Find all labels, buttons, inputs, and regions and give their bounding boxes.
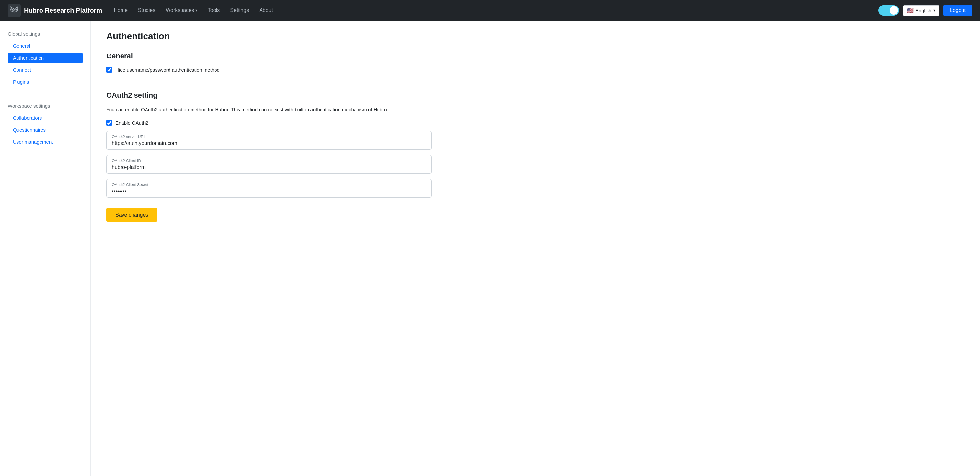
main-content: Authentication General Hide username/pas… [91, 21, 447, 476]
flag-icon: 🇺🇸 [907, 8, 913, 14]
chevron-down-icon: ▾ [196, 8, 197, 13]
global-settings-title: Global settings [8, 31, 83, 37]
save-button[interactable]: Save changes [106, 208, 157, 222]
client-secret-wrapper: OAuth2 Client Secret [106, 179, 432, 198]
sidebar-item-collaborators[interactable]: Collaborators [8, 113, 83, 123]
language-selector[interactable]: 🇺🇸 English ▾ [903, 5, 940, 16]
sidebar-item-plugins[interactable]: Plugins [8, 76, 83, 87]
client-id-wrapper: OAuth2 Client ID [106, 155, 432, 174]
server-url-wrapper: OAuth2 server URL [106, 131, 432, 150]
nav-about[interactable]: About [255, 5, 277, 16]
sidebar: Global settings General Authentication C… [0, 21, 91, 476]
nav-studies[interactable]: Studies [134, 5, 159, 16]
oauth-section: OAuth2 setting You can enable OAuth2 aut… [106, 91, 432, 222]
server-url-label: OAuth2 server URL [112, 135, 426, 139]
hide-auth-checkbox[interactable] [106, 67, 112, 73]
page-title: Authentication [106, 31, 432, 41]
enable-oauth-row: Enable OAuth2 [106, 120, 432, 126]
page-layout: Global settings General Authentication C… [0, 21, 980, 476]
server-url-group: OAuth2 server URL [106, 131, 432, 150]
sidebar-divider [8, 95, 83, 96]
client-id-group: OAuth2 Client ID [106, 155, 432, 174]
sidebar-item-questionnaires[interactable]: Questionnaires [8, 124, 83, 135]
sidebar-item-connect[interactable]: Connect [8, 65, 83, 75]
svg-point-4 [16, 9, 17, 11]
toggle-knob [889, 6, 898, 14]
svg-rect-0 [8, 4, 21, 17]
workspace-settings-title: Workspace settings [8, 103, 83, 108]
nav-workspaces[interactable]: Workspaces ▾ [162, 5, 201, 16]
owl-logo-icon [8, 4, 21, 17]
nav-tools[interactable]: Tools [204, 5, 224, 16]
brand: Hubro Research Platform [8, 4, 102, 17]
hide-auth-label[interactable]: Hide username/password authentication me… [115, 67, 220, 73]
theme-toggle[interactable] [878, 5, 899, 16]
server-url-input[interactable] [112, 140, 426, 146]
general-section-title: General [106, 52, 432, 60]
nav-home[interactable]: Home [110, 5, 132, 16]
sidebar-item-user-management[interactable]: User management [8, 137, 83, 147]
general-section: General Hide username/password authentic… [106, 52, 432, 73]
client-id-input[interactable] [112, 164, 426, 170]
section-divider [106, 82, 432, 82]
enable-oauth-checkbox[interactable] [106, 120, 112, 126]
navbar-right: 🇺🇸 English ▾ Logout [878, 5, 972, 16]
sidebar-item-general[interactable]: General [8, 41, 83, 51]
hide-auth-row: Hide username/password authentication me… [106, 67, 432, 73]
oauth-description: You can enable OAuth2 authentication met… [106, 106, 432, 113]
nav-settings[interactable]: Settings [226, 5, 253, 16]
enable-oauth-label[interactable]: Enable OAuth2 [115, 120, 148, 126]
client-secret-group: OAuth2 Client Secret [106, 179, 432, 198]
chevron-down-icon: ▾ [933, 8, 935, 13]
client-secret-label: OAuth2 Client Secret [112, 183, 426, 187]
navbar: Hubro Research Platform Home Studies Wor… [0, 0, 980, 21]
oauth-section-title: OAuth2 setting [106, 91, 432, 100]
client-id-label: OAuth2 Client ID [112, 159, 426, 163]
svg-point-3 [12, 9, 13, 11]
brand-name: Hubro Research Platform [24, 7, 102, 14]
logout-button[interactable]: Logout [943, 5, 972, 16]
sidebar-item-authentication[interactable]: Authentication [8, 53, 83, 63]
navbar-nav: Home Studies Workspaces ▾ Tools Settings… [110, 5, 870, 16]
client-secret-input[interactable] [112, 188, 426, 194]
language-label: English [915, 8, 931, 13]
